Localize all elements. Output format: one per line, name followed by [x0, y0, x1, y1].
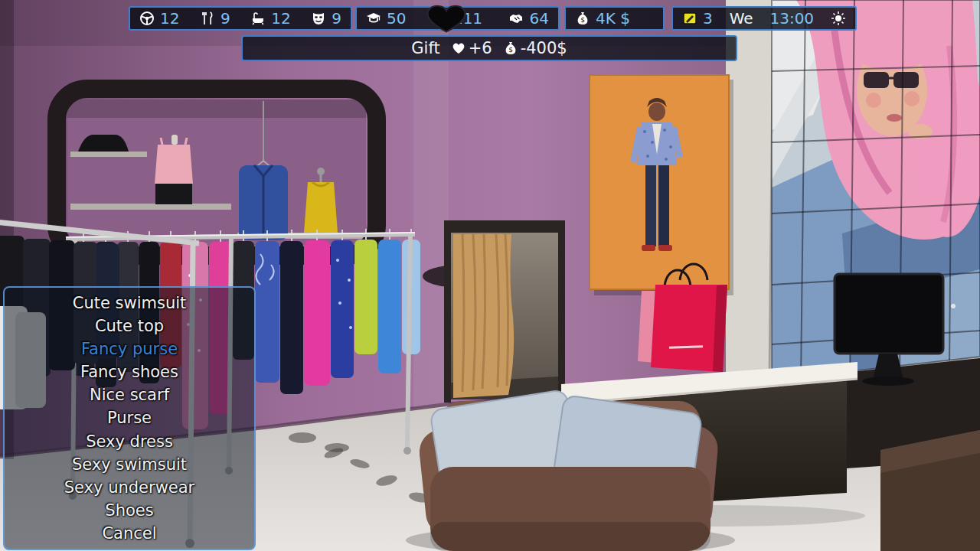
bath-icon — [250, 11, 266, 26]
cutlery-icon — [200, 11, 215, 26]
yellow-card-icon — [682, 11, 697, 26]
stat-value: 12 — [271, 11, 290, 26]
gift-money-group: $ -400$ — [503, 39, 567, 57]
handshake-icon — [509, 11, 524, 26]
stat-yellow-card: 3 — [682, 11, 713, 26]
shop-menu: Cute swimsuitCute topFancy purseFancy sh… — [3, 286, 256, 550]
armchair — [406, 390, 735, 551]
stat-value: 50 — [387, 11, 406, 26]
svg-text:$: $ — [508, 46, 513, 54]
stat-value: 3 — [703, 11, 713, 26]
menu-item-sexy-dress[interactable]: Sexy dress — [5, 430, 254, 453]
menu-item-sexy-swimsuit[interactable]: Sexy swimsuit — [5, 453, 254, 476]
day-label: We — [730, 11, 753, 26]
stat-money-bag: $4K $ — [575, 11, 630, 26]
bench — [880, 430, 980, 551]
stat-handshake: 64 — [509, 11, 549, 26]
stat-value: 12 — [160, 11, 179, 26]
menu-item-fancy-shoes[interactable]: Fancy shoes — [5, 360, 254, 383]
gift-banner: Gift +6 $ -400$ — [241, 35, 737, 61]
clock-time: 13:00 — [769, 11, 814, 26]
menu-item-nice-scarf[interactable]: Nice scarf — [5, 383, 254, 406]
sun-icon — [831, 11, 846, 26]
mask-icon — [311, 11, 326, 26]
doorway-curtain — [444, 220, 565, 403]
menu-item-cancel[interactable]: Cancel — [5, 522, 254, 545]
gift-label: Gift — [411, 39, 439, 57]
hud-money-bar: $4K $ — [564, 6, 665, 31]
display-shelf — [57, 89, 377, 256]
stat-value: 64 — [530, 11, 549, 26]
stat-graduation-cap: 50 — [366, 11, 406, 26]
gift-heart-delta: +6 — [469, 39, 492, 57]
game-screen: 129129 5011164 $4K $ 3We13:00 Gift +6 $ … — [0, 0, 980, 551]
heart-icon — [451, 41, 466, 56]
gift-heart-group: +6 — [451, 39, 492, 57]
stat-value: 9 — [220, 11, 230, 26]
stat-value: 9 — [332, 11, 341, 26]
stat-gauge: 12 — [139, 11, 179, 26]
stat-bath: 12 — [250, 11, 290, 26]
stat-cutlery: 9 — [200, 11, 230, 26]
hud-time-bar: 3We13:00 — [671, 6, 857, 31]
stat-value: 4K $ — [596, 11, 630, 26]
menu-item-shoes[interactable]: Shoes — [5, 499, 254, 522]
stat-mask: 9 — [311, 11, 341, 26]
graduation-cap-icon — [366, 11, 381, 26]
svg-text:$: $ — [580, 16, 585, 24]
gift-money-delta: -400$ — [521, 39, 567, 57]
menu-item-sexy-underwear[interactable]: Sexy underwear — [5, 476, 254, 499]
wall-poster — [590, 75, 733, 295]
money-bag-icon: $ — [575, 11, 590, 26]
menu-item-fancy-purse[interactable]: Fancy purse — [5, 337, 254, 360]
money-bag-icon: $ — [503, 41, 518, 56]
menu-item-cute-top[interactable]: Cute top — [5, 315, 254, 337]
gauge-icon — [139, 11, 155, 26]
black-heart-icon — [422, 0, 471, 35]
hud-needs-bar: 129129 — [129, 6, 352, 31]
menu-item-cute-swimsuit[interactable]: Cute swimsuit — [5, 292, 254, 315]
menu-item-purse[interactable]: Purse — [5, 406, 254, 429]
